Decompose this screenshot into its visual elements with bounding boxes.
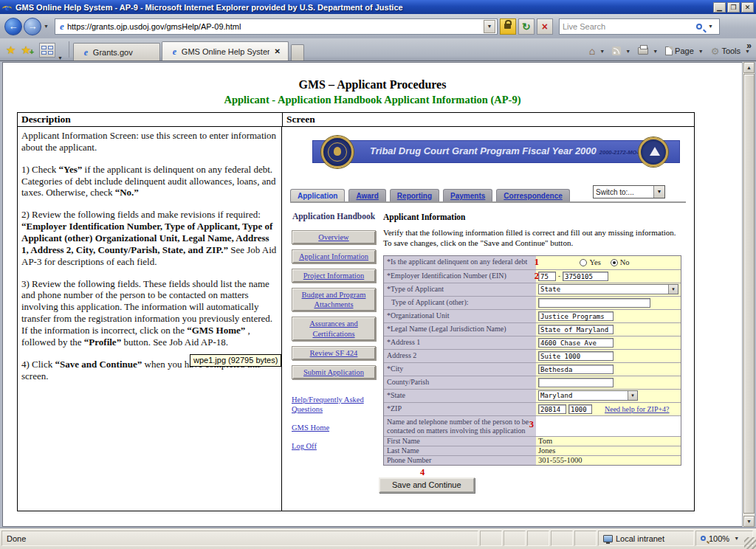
form-intro: Verify that the following information fi…: [383, 227, 681, 249]
address-bar[interactable]: e https://grants.ojp.usdoj.gov/gmsHelp/A…: [55, 18, 498, 35]
zip4-input[interactable]: 1000: [568, 404, 592, 414]
add-favorite-icon[interactable]: ★+: [21, 44, 30, 57]
field-label: *ZIP: [384, 403, 536, 415]
zoom-dropdown-icon[interactable]: ▼: [734, 536, 739, 541]
description-paragraph: 2) Review the following fields and make …: [21, 209, 278, 267]
help-document: GMS – Applicant Procedures Applicant - A…: [2, 62, 743, 527]
form-row-last-name: Last Name Jones: [384, 446, 681, 455]
feeds-button[interactable]: ▼: [612, 46, 633, 55]
url-text[interactable]: https://grants.ojp.usdoj.gov/gmsHelp/AP-…: [67, 22, 484, 31]
sidebar-link-gms-home[interactable]: GMS Home: [292, 423, 376, 432]
status-segment: [504, 531, 526, 546]
minimize-button[interactable]: ▁: [713, 2, 726, 13]
radio-no[interactable]: [611, 259, 618, 266]
radio-yes[interactable]: [580, 259, 587, 266]
stop-icon: ×: [542, 21, 548, 32]
chevron-down-icon: ▼: [653, 186, 664, 198]
tab-bar: ★ ★+ ▼ e Grants.gov e GMS Online Help Sy…: [0, 38, 756, 61]
toolbar-overflow-icon[interactable]: »: [746, 41, 752, 51]
state-select[interactable]: Maryland ▼: [538, 390, 638, 401]
type-other-input[interactable]: [538, 298, 650, 308]
gms-tab-application[interactable]: Application: [290, 189, 345, 201]
field-label: Phone Number: [384, 456, 536, 465]
sidebar-link-help-faq[interactable]: Help/Frequently Asked Questions: [292, 395, 376, 414]
ie-tab-icon: e: [81, 47, 91, 58]
sidebar-item-applicant-information[interactable]: Applicant Information: [292, 249, 376, 263]
resize-grip[interactable]: [744, 537, 756, 549]
page-icon: [665, 46, 673, 55]
zip-input[interactable]: 20814: [538, 404, 566, 414]
page-menu-button[interactable]: Page▼: [665, 46, 707, 55]
page-title: GMS – Applicant Procedures: [3, 78, 742, 92]
sidebar-item-assurances[interactable]: Assurances and Certifications: [292, 317, 376, 340]
close-button[interactable]: ✕: [741, 2, 754, 13]
sidebar-heading: Application Handbook: [290, 212, 377, 222]
program-title: Tribal Drug Court Grant Program Fiscal Y…: [370, 145, 647, 156]
legal-name-input[interactable]: State of Maryland: [538, 325, 614, 334]
stop-button[interactable]: ×: [537, 18, 553, 35]
print-button[interactable]: ▼: [638, 47, 661, 55]
type-of-applicant-select[interactable]: State ▼: [538, 284, 678, 294]
quick-tabs-icon[interactable]: [39, 43, 55, 58]
tab-list-dropdown-icon[interactable]: ▼: [58, 55, 63, 61]
intranet-icon: [603, 535, 613, 542]
switch-to-select[interactable]: Switch to:... ▼: [593, 185, 665, 198]
sidebar-item-submit-application[interactable]: Submit Application: [292, 365, 376, 379]
save-and-continue-button[interactable]: Save and Continue: [379, 477, 475, 493]
gms-form: Applicant Information Verify that the fo…: [377, 212, 690, 493]
scroll-down-icon[interactable]: ▼: [743, 516, 755, 527]
back-button[interactable]: ←: [4, 18, 22, 35]
close-tab-icon[interactable]: ✕: [274, 47, 280, 55]
gms-tab-correspondence[interactable]: Correspondence: [496, 189, 569, 201]
gms-tab-award[interactable]: Award: [348, 189, 385, 201]
browser-tab-grantsgov[interactable]: e Grants.gov: [73, 43, 160, 61]
county-input[interactable]: [538, 378, 614, 387]
sidebar-item-budget-attachments[interactable]: Budget and Program Attachments: [292, 288, 376, 311]
printer-icon: [638, 47, 648, 55]
new-tab-stub[interactable]: [291, 44, 304, 61]
restore-button[interactable]: ❐: [727, 2, 740, 13]
ein-prefix-input[interactable]: 75: [538, 272, 556, 281]
search-dropdown-icon[interactable]: ▼: [708, 24, 713, 29]
address2-input[interactable]: Suite 1000: [538, 351, 614, 361]
field-label: Type of Applicant (other):: [384, 297, 536, 309]
search-placeholder[interactable]: Live Search: [563, 22, 696, 31]
scroll-up-icon[interactable]: ▲: [743, 62, 755, 73]
sidebar-item-review-sf424[interactable]: Review SF 424: [292, 346, 376, 360]
vertical-scrollbar[interactable]: ▲ ▼: [742, 62, 755, 527]
scrollbar-thumb[interactable]: [743, 74, 755, 514]
description-paragraph: 3) Review the following fields. These fi…: [21, 278, 278, 348]
ojp-seal-icon: [639, 137, 668, 167]
field-label: *State: [384, 390, 536, 402]
home-button[interactable]: ⌂▼: [589, 45, 608, 57]
search-icon[interactable]: [696, 24, 702, 30]
status-bar: Done Local intranet 100% ▼: [0, 528, 756, 549]
sidebar-item-overview[interactable]: Overview: [292, 230, 376, 244]
forward-button[interactable]: →: [24, 18, 41, 35]
form-row-address1: *Address 1 4600 Chase Ave: [384, 336, 681, 349]
field-label: *Address 1: [384, 336, 536, 349]
city-input[interactable]: Bethesda: [538, 365, 614, 374]
sidebar-link-log-off[interactable]: Log Off: [292, 441, 376, 451]
address-dropdown-icon[interactable]: ▼: [484, 20, 495, 33]
gms-tab-payments[interactable]: Payments: [443, 189, 492, 201]
refresh-button[interactable]: ↻: [518, 18, 535, 35]
zip-help-link[interactable]: Need help for ZIP+4?: [605, 405, 670, 413]
form-row-county: County/Parish: [384, 376, 681, 389]
history-dropdown-icon[interactable]: ▼: [44, 24, 49, 29]
security-lock-button[interactable]: [500, 18, 516, 35]
org-unit-input[interactable]: Justice Programs: [538, 311, 614, 321]
ein-suffix-input[interactable]: 3750105: [563, 272, 608, 281]
favorites-star-icon[interactable]: ★: [6, 44, 16, 57]
browser-tab-gms-help[interactable]: e GMS Online Help System ... ✕: [162, 41, 289, 61]
window-title: GMS Online Help System - AP-9 - Microsof…: [16, 3, 713, 12]
field-label: *Legal Name (Legal Jurisdiction Name): [384, 323, 536, 336]
doj-seal-icon: [321, 136, 354, 168]
last-name-value: Jones: [538, 446, 555, 455]
sidebar-item-project-information[interactable]: Project Information: [292, 269, 376, 283]
address1-input[interactable]: 4600 Chase Ave: [538, 338, 614, 348]
callout-1: 1: [535, 257, 539, 268]
divider: [69, 41, 69, 58]
gms-tab-reporting[interactable]: Reporting: [390, 189, 439, 201]
search-box[interactable]: Live Search ▼: [559, 18, 720, 35]
